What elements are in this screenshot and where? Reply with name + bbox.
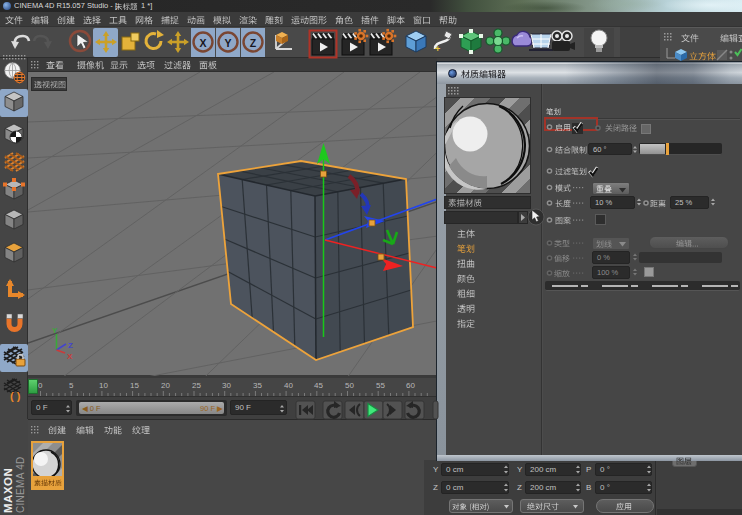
svg-text:Z: Z	[68, 341, 73, 350]
svg-text:Y: Y	[52, 326, 58, 335]
svg-text:X: X	[67, 352, 73, 361]
